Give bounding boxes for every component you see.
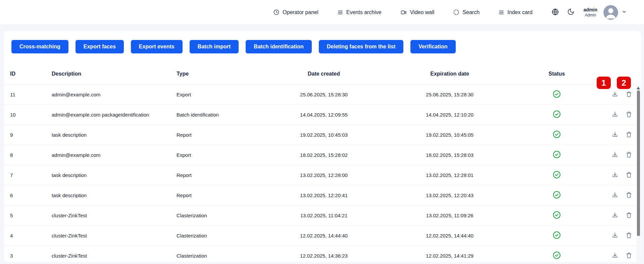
download-button[interactable] xyxy=(611,212,618,220)
list-icon xyxy=(498,9,504,15)
verification-button[interactable]: Verification xyxy=(410,40,455,53)
export-faces-button[interactable]: Export faces xyxy=(76,40,124,53)
tasks-panel: Cross-matching Export faces Export event… xyxy=(4,31,641,262)
cell-date-created: 13.02.2025, 12:28:00 xyxy=(265,172,383,178)
delete-button[interactable] xyxy=(626,252,632,260)
cell-type: Clasterization xyxy=(171,233,265,238)
chevron-down-icon xyxy=(622,9,627,16)
export-events-button[interactable]: Export events xyxy=(131,40,183,53)
cell-description: cluster-ZinkTest xyxy=(46,253,171,259)
delete-button[interactable] xyxy=(626,191,632,200)
table-body: 11 admin@example.com Export 25.06.2025, … xyxy=(4,85,641,264)
cell-date-created: 25.06.2025, 15:28:30 xyxy=(265,92,383,97)
cell-id: 7 xyxy=(4,172,46,178)
download-icon xyxy=(611,91,618,99)
cell-actions xyxy=(597,212,636,220)
scan-circle-icon xyxy=(453,9,459,15)
globe-icon xyxy=(551,8,559,17)
nav-label: Events archive xyxy=(346,9,382,15)
table-row: 10 admin@example.com packageIdentificati… xyxy=(4,105,636,125)
success-check-icon xyxy=(553,251,561,260)
video-camera-icon xyxy=(400,9,407,15)
cell-type: Report xyxy=(171,132,265,138)
delete-button[interactable] xyxy=(626,232,632,240)
cell-expiration-date: 14.04.2025, 12:10:20 xyxy=(383,112,516,118)
nav-operator-panel[interactable]: Operator panel xyxy=(273,9,318,15)
column-header-type: Type xyxy=(171,71,265,77)
user-menu-chevron[interactable] xyxy=(622,9,627,16)
annotation-badge-2: 2 xyxy=(617,77,631,89)
delete-button[interactable] xyxy=(626,91,632,99)
cell-description: cluster-ZinkTest xyxy=(46,213,171,218)
cell-date-created: 13.02.2025, 12:20:41 xyxy=(265,192,383,198)
cell-date-created: 18.02.2025, 15:28:02 xyxy=(265,152,383,158)
nav-label: Video wall xyxy=(410,9,435,15)
nav-video-wall[interactable]: Video wall xyxy=(400,9,435,15)
download-icon xyxy=(611,171,618,179)
cell-type: Export xyxy=(171,92,265,97)
download-button[interactable] xyxy=(611,91,618,99)
table-header: ID Description Type Date created Expirat… xyxy=(4,53,636,85)
column-header-date-created: Date created xyxy=(265,71,383,77)
download-icon xyxy=(611,232,618,240)
download-icon xyxy=(611,131,618,139)
cell-id: 6 xyxy=(4,192,46,198)
scrollbar-up-arrow-icon[interactable] xyxy=(637,87,640,89)
cell-expiration-date: 25.06.2025, 15:28:30 xyxy=(383,92,516,97)
cell-date-created: 19.02.2025, 10:45:03 xyxy=(265,132,383,138)
nav-index-card[interactable]: Index card xyxy=(498,9,533,15)
language-globe-button[interactable] xyxy=(551,8,559,17)
scrollbar-thumb[interactable] xyxy=(637,90,640,236)
cell-status xyxy=(516,211,597,220)
cell-description: cluster-ZinkTest xyxy=(46,233,171,238)
cell-expiration-date: 18.02.2025, 15:28:03 xyxy=(383,152,516,158)
cell-id: 5 xyxy=(4,213,46,218)
cell-type: Export xyxy=(171,152,265,158)
delete-button[interactable] xyxy=(626,131,632,139)
table-scrollbar[interactable] xyxy=(636,85,641,262)
dark-mode-toggle[interactable] xyxy=(567,8,575,16)
nav-label: Operator panel xyxy=(283,9,318,15)
download-button[interactable] xyxy=(611,111,618,119)
cell-date-created: 12.02.2025, 14:36:23 xyxy=(265,253,383,259)
download-button[interactable] xyxy=(611,252,618,260)
cell-id: 4 xyxy=(4,233,46,238)
download-button[interactable] xyxy=(611,131,618,139)
top-nav: Operator panel Events archive Video wall… xyxy=(0,0,644,25)
cross-matching-button[interactable]: Cross-matching xyxy=(11,40,68,53)
column-header-id: ID xyxy=(4,71,46,77)
success-check-icon xyxy=(553,191,561,200)
cell-actions xyxy=(597,171,636,179)
cell-type: Report xyxy=(171,172,265,178)
cell-status xyxy=(516,191,597,200)
delete-button[interactable] xyxy=(626,111,632,119)
success-check-icon xyxy=(553,150,561,160)
download-button[interactable] xyxy=(611,191,618,200)
cell-actions xyxy=(597,131,636,139)
delete-button[interactable] xyxy=(626,212,632,220)
cell-type: Clasterization xyxy=(171,213,265,218)
download-icon xyxy=(611,151,618,159)
nav-events-archive[interactable]: Events archive xyxy=(337,9,382,15)
cell-description: admin@example.com packageIdentification xyxy=(46,112,171,118)
download-button[interactable] xyxy=(611,171,618,179)
nav-search[interactable]: Search xyxy=(453,9,480,15)
cell-status xyxy=(516,251,597,260)
batch-identification-button[interactable]: Batch identification xyxy=(246,40,311,53)
cell-id: 8 xyxy=(4,152,46,158)
cell-status xyxy=(516,110,597,119)
nav-label: Search xyxy=(462,9,480,15)
cell-description: admin@example.com xyxy=(46,152,171,158)
trash-icon xyxy=(626,91,632,99)
delete-button[interactable] xyxy=(626,171,632,179)
download-button[interactable] xyxy=(611,151,618,159)
success-check-icon xyxy=(553,90,561,99)
download-icon xyxy=(611,252,618,260)
delete-button[interactable] xyxy=(626,151,632,159)
batch-import-button[interactable]: Batch import xyxy=(190,40,239,53)
deleting-faces-button[interactable]: Deleting faces from the list xyxy=(319,40,404,53)
table-row: 4 cluster-ZinkTest Clasterization 12.02.… xyxy=(4,226,636,246)
avatar[interactable] xyxy=(603,5,618,20)
download-button[interactable] xyxy=(611,232,618,240)
cell-actions xyxy=(597,111,636,119)
